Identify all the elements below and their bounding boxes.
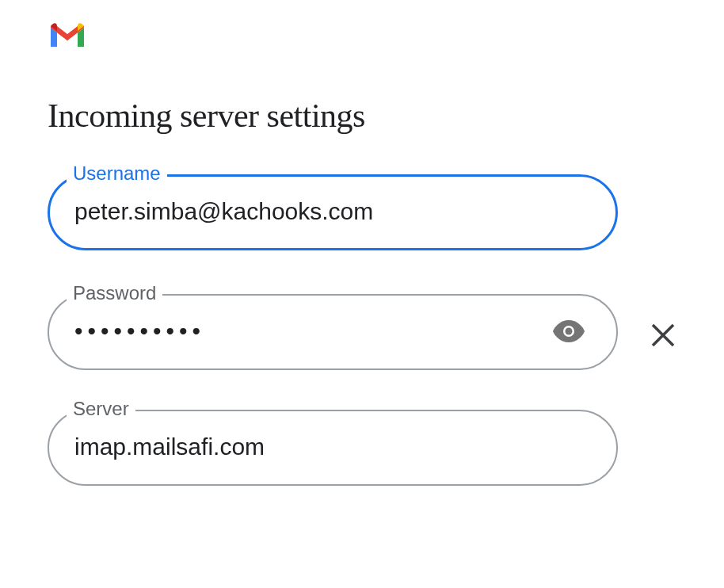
server-input[interactable] [74, 433, 591, 460]
username-input-container[interactable] [48, 174, 618, 250]
username-field-wrapper: Username [48, 174, 676, 250]
username-label: Username [67, 162, 167, 185]
server-field: Server [48, 410, 676, 486]
password-field-wrapper: Password •••••••••• [48, 294, 676, 370]
server-input-container[interactable] [48, 410, 618, 486]
close-icon[interactable] [650, 322, 676, 349]
gmail-logo-icon [48, 20, 676, 53]
password-input[interactable]: •••••••••• [74, 318, 543, 345]
page-title: Incoming server settings [48, 97, 676, 135]
password-input-container[interactable]: •••••••••• [48, 294, 618, 370]
svg-point-1 [566, 328, 573, 335]
password-field: Password •••••••••• [48, 294, 635, 370]
eye-icon[interactable] [553, 320, 585, 342]
server-field-wrapper: Server [48, 410, 676, 486]
password-label: Password [67, 282, 162, 304]
form-area: Username Password •••••••••• [48, 174, 676, 486]
username-input[interactable] [74, 198, 591, 225]
username-field: Username [48, 174, 676, 250]
server-label: Server [67, 398, 135, 420]
